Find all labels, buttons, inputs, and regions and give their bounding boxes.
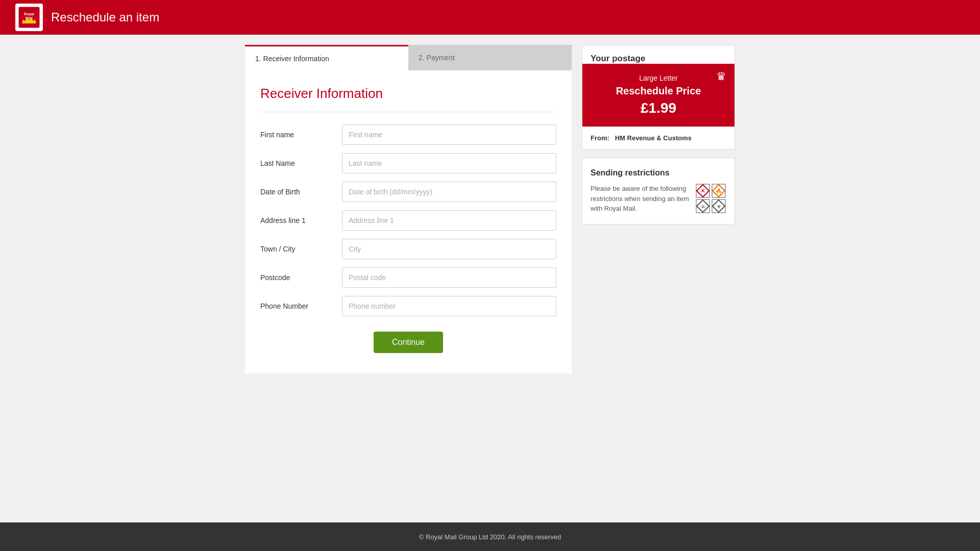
form-card: Receiver Information First name Last Nam…: [245, 70, 572, 373]
postcode-input[interactable]: [342, 267, 556, 288]
first-name-label: First name: [260, 131, 342, 139]
postage-card: Your postage ♛ Large Letter Reschedule P…: [582, 45, 735, 149]
right-panel: Your postage ♛ Large Letter Reschedule P…: [582, 45, 735, 502]
svg-text:🔥: 🔥: [716, 188, 722, 194]
from-value: HM Revenue & Customs: [615, 134, 692, 142]
step-receiver-info[interactable]: 1. Receiver Information: [245, 45, 408, 70]
last-name-label: Last Name: [260, 159, 342, 167]
page-header: Royal Mail Reschedule an item: [0, 0, 980, 35]
hazard-icon-3: ☠: [696, 199, 710, 213]
phone-input[interactable]: [342, 296, 556, 316]
address-row: Address line 1: [260, 210, 556, 231]
postcode-label: Postcode: [260, 273, 342, 282]
first-name-row: First name: [260, 124, 556, 145]
left-panel: 1. Receiver Information 2. Payment Recei…: [245, 45, 572, 502]
hazard-icon-1: ✕: [696, 184, 710, 198]
hazard-icons-grid: ✕ 🔥 ☠: [696, 184, 726, 213]
page-title: Reschedule an item: [51, 10, 159, 24]
address-label: Address line 1: [260, 216, 342, 224]
postage-header: ♛ Large Letter Reschedule Price £1.99: [582, 64, 734, 127]
phone-label: Phone Number: [260, 302, 342, 310]
svg-text:✕: ✕: [700, 187, 705, 194]
svg-text:Royal: Royal: [24, 12, 34, 16]
phone-row: Phone Number: [260, 296, 556, 316]
from-label: From:: [591, 134, 609, 142]
dob-row: Date of Birth: [260, 182, 556, 202]
continue-button[interactable]: Continue: [374, 332, 443, 353]
hazard-icon-2: 🔥: [712, 184, 726, 198]
divider: [260, 112, 556, 112]
form-title: Receiver Information: [260, 86, 556, 102]
address-input[interactable]: [342, 210, 556, 231]
royal-mail-logo: Royal Mail: [15, 4, 43, 31]
main-content: 1. Receiver Information 2. Payment Recei…: [0, 35, 980, 522]
last-name-row: Last Name: [260, 153, 556, 173]
reschedule-price-label: Reschedule Price: [593, 85, 724, 97]
letter-type: Large Letter: [593, 74, 724, 82]
first-name-input[interactable]: [342, 124, 556, 145]
stepper: 1. Receiver Information 2. Payment: [245, 45, 572, 70]
postcode-row: Postcode: [260, 267, 556, 288]
your-postage-title: Your postage: [582, 45, 734, 64]
last-name-input[interactable]: [342, 153, 556, 173]
page-footer: © Royal Mail Group Ltd 2020. All rights …: [0, 522, 980, 551]
svg-text:☣: ☣: [717, 204, 721, 209]
price-display: £1.99: [593, 100, 724, 116]
restrictions-title: Sending restrictions: [591, 168, 726, 178]
hazard-icon-4: ☣: [712, 199, 726, 213]
city-label: Town / City: [260, 245, 342, 253]
dob-label: Date of Birth: [260, 188, 342, 196]
city-row: Town / City: [260, 239, 556, 259]
city-input[interactable]: [342, 239, 556, 259]
restrictions-card: Sending restrictions Please be aware of …: [582, 158, 735, 224]
restrictions-text: Please be aware of the following restric…: [591, 184, 690, 214]
dob-input[interactable]: [342, 182, 556, 202]
postage-from: From: HM Revenue & Customs: [582, 127, 734, 149]
restrictions-content: Please be aware of the following restric…: [591, 184, 726, 214]
stamp-icon: ♛: [716, 70, 726, 83]
footer-text: © Royal Mail Group Ltd 2020. All rights …: [419, 533, 561, 541]
svg-text:☠: ☠: [701, 204, 705, 209]
step-payment[interactable]: 2. Payment: [408, 45, 572, 70]
